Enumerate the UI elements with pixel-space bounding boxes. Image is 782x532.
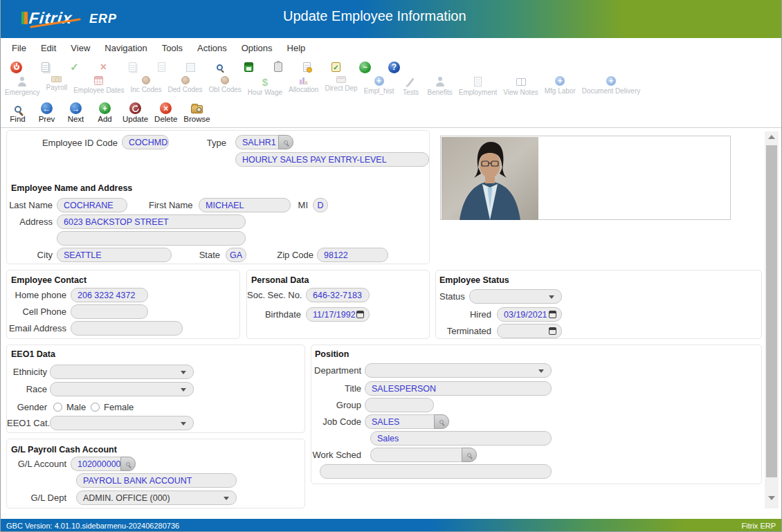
work-sched-lookup-button[interactable] [462,448,477,462]
cancel-x-icon[interactable] [98,62,109,73]
scrollbar-thumb[interactable] [766,145,777,477]
accept-check-icon[interactable] [69,62,80,73]
module-employment[interactable]: Employment [459,76,498,96]
printer-icon[interactable] [39,62,51,73]
module-direct-dep[interactable]: Direct Dep [325,76,357,92]
type-lookup-button[interactable] [278,135,293,149]
update-button[interactable]: Update [122,102,148,123]
gender-male-radio[interactable] [53,403,62,412]
calendar-save-icon[interactable] [243,62,255,73]
document-icon [473,76,484,87]
module-inc-codes[interactable]: Inc Codes [131,76,162,93]
menu-navigation[interactable]: Navigation [104,42,147,55]
home-phone-field[interactable]: 206 3232 4372 [71,288,148,302]
vertical-scrollbar[interactable] [765,131,779,508]
module-emergency[interactable]: Emergency [5,76,40,96]
last-name-field[interactable]: COCHRANE [57,198,127,212]
gl-account-field[interactable]: 102000000 [71,457,120,471]
action-label: Update [122,115,148,123]
menu-actions[interactable]: Actions [197,42,228,55]
gl-account-lookup-button[interactable] [120,457,136,471]
paste-icon[interactable] [156,62,167,73]
menu-options[interactable]: Options [241,42,273,55]
male-label: Male [66,402,86,412]
status-bar: GBC Version: 4.01.10.sidebarmenu-2024062… [1,519,781,532]
calendar-icon[interactable] [356,311,364,318]
work-sched-field[interactable] [370,448,462,462]
contact-panel: Employee Contact Home phone 206 3232 437… [6,270,240,339]
job-code-field[interactable]: SALES [365,414,434,429]
delete-button[interactable]: Delete [154,102,177,123]
position-extra-field[interactable] [320,464,552,479]
gl-dept-dropdown[interactable]: ADMIN. OFFICE (000) [76,490,237,505]
terminated-field[interactable] [497,324,562,338]
job-code-lookup-button[interactable] [434,414,449,429]
department-dropdown[interactable] [365,363,552,378]
module-tests[interactable]: Tests [401,76,421,96]
zip-code-field[interactable]: 98122 [317,248,388,262]
module-benefits[interactable]: Benefits [428,76,453,96]
menu-edit[interactable]: Edit [40,42,57,55]
action-label: Find [10,115,25,123]
group-field[interactable] [365,398,434,412]
calendar-icon[interactable] [549,311,556,318]
work-sched-label: Work Sched [311,450,361,460]
menu-help[interactable]: Help [287,42,307,55]
gender-female-radio[interactable] [91,403,100,412]
prev-button[interactable]: Prev [35,102,58,123]
type-field[interactable]: SALHR1 [235,135,278,149]
state-field[interactable]: GA [226,248,246,262]
module-ded-codes[interactable]: Ded Codes [168,76,203,93]
ssn-field[interactable]: 646-32-7183 [306,288,370,302]
employee-photo [442,137,538,220]
module-mfg-labor[interactable]: Mfg Labor [545,76,576,95]
mi-field[interactable]: D [313,198,328,212]
title-field[interactable]: SALESPERSON [365,381,552,396]
find-button[interactable]: Find [6,102,29,123]
copy-icon[interactable] [127,62,138,73]
clipboard-icon[interactable] [272,62,284,73]
next-button[interactable]: Next [64,102,87,123]
browse-button[interactable]: Browse [183,102,210,123]
help-icon[interactable] [388,62,400,73]
eeo1-cat-dropdown[interactable] [50,416,194,430]
hired-field[interactable]: 03/19/2021 [497,307,562,322]
cell-phone-field[interactable] [71,304,148,319]
birthdate-field[interactable]: 11/17/1992 [306,307,370,322]
personal-panel: Personal Data Soc. Sec. No. 646-32-7183 … [246,270,430,339]
status-comment-icon[interactable] [359,62,371,73]
document-alert-icon[interactable] [301,62,313,73]
address-line1-field[interactable]: 6023 BACKSTOP STREET [57,214,246,229]
status-dropdown[interactable] [469,289,562,304]
address-line2-field[interactable] [57,231,246,246]
power-icon[interactable] [10,62,22,73]
module-allocation[interactable]: Allocation [289,76,318,93]
book-icon [516,76,527,87]
scroll-down-arrow-icon[interactable] [765,493,779,504]
module-employee-dates[interactable]: Employee Dates [73,76,124,94]
employee-id-field[interactable]: COCHMD [122,135,169,149]
module-hour-wage[interactable]: Hour Wage [248,76,282,96]
email-field[interactable] [71,321,183,336]
zip-code-label: Zip Code [270,250,313,260]
menu-view[interactable]: View [70,42,91,55]
menu-tools[interactable]: Tools [161,42,183,55]
ethnicity-dropdown[interactable] [50,365,194,379]
calendar-icon[interactable] [549,327,556,335]
preview-icon[interactable] [185,62,197,73]
module-view-notes[interactable]: View Notes [503,76,538,96]
add-button[interactable]: Add [93,102,116,123]
module-empl-hist[interactable]: Empl_hist [364,76,394,95]
race-dropdown[interactable] [50,382,194,396]
calendar-check-icon[interactable] [330,62,342,73]
scroll-up-arrow-icon[interactable] [765,131,779,143]
logo-suffix: ERP [89,12,117,26]
zoom-magnifier-icon[interactable] [214,62,226,73]
city-field[interactable]: SEATTLE [57,248,172,262]
menu-file[interactable]: File [11,42,27,55]
module-payroll[interactable]: Payroll [46,76,68,91]
module-document-delivery[interactable]: Document Delivery [582,76,640,95]
gl-panel: G/L Payroll Cash Account G/L Account 102… [6,439,305,508]
first-name-field[interactable]: MICHAEL [199,198,291,212]
module-obl-codes[interactable]: Obl Codes [209,76,242,93]
